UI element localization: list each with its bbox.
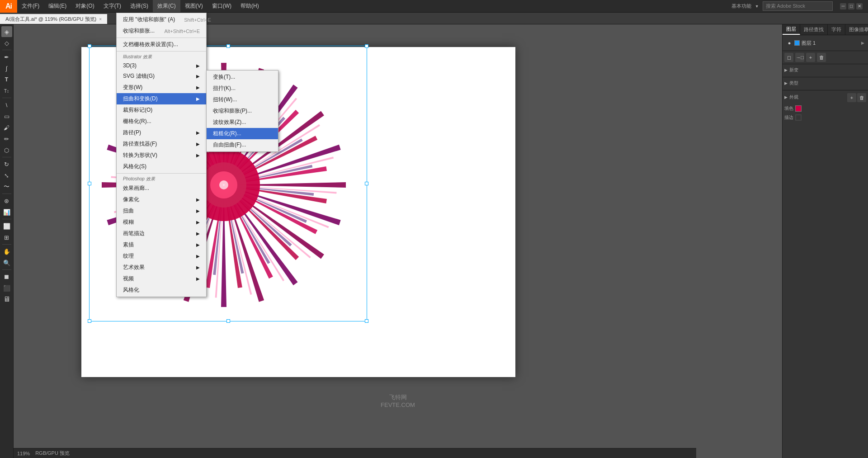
effect-dropdown-menu: 应用 "收缩和膨胀" (A) Shift+Ctrl+E 收缩和膨胀... Alt… xyxy=(116,13,207,297)
gradient-panel-title[interactable]: ▶ 新变 xyxy=(784,66,866,75)
workspace-label[interactable]: 基本功能 xyxy=(731,3,751,9)
tool-hand[interactable]: ✋ xyxy=(1,246,12,257)
distort-transform[interactable]: 变换(T)... xyxy=(207,71,278,83)
tool-select[interactable]: ◈ xyxy=(1,26,12,37)
ai-logo: Ai xyxy=(0,0,17,13)
menu-text[interactable]: 文字(T) xyxy=(99,0,126,12)
add-appearance-button[interactable]: + xyxy=(847,93,856,102)
layer-row-1[interactable]: ● 图层 1 ▶ xyxy=(784,37,866,49)
doc-raster-settings[interactable]: 文档栅格效果设置(E)... xyxy=(117,39,206,50)
distort-twist[interactable]: 扭转(W)... xyxy=(207,94,278,105)
search-adobe-stock[interactable]: 搜索 Adobe Stock xyxy=(763,1,833,11)
effect-sketch[interactable]: 素描 ▶ xyxy=(117,239,206,250)
distort-shrink-expand[interactable]: 收缩和膨胀(P)... xyxy=(207,105,278,117)
menu-file[interactable]: 文件(F) xyxy=(17,0,44,12)
tool-pencil[interactable]: ✏ xyxy=(1,133,12,144)
menu-window[interactable]: 窗口(W) xyxy=(208,0,236,12)
effect-path[interactable]: 路径(P) ▶ xyxy=(117,127,206,138)
make-sublayer-button[interactable]: ◻ xyxy=(784,53,793,62)
effect-pixelate[interactable]: 像素化 ▶ xyxy=(117,194,206,205)
effect-artistic[interactable]: 艺术效果 ▶ xyxy=(117,262,206,273)
tool-paintbrush[interactable]: 🖌 xyxy=(1,122,12,133)
effect-svg-filters[interactable]: SVG 滤镜(G) ▶ xyxy=(117,71,206,82)
delete-layer-button[interactable]: 🗑 xyxy=(817,53,826,62)
menu-select[interactable]: 选择(S) xyxy=(126,0,153,12)
stroke-swatch[interactable] xyxy=(795,114,802,121)
top-bar: Ai 文件(F) 编辑(E) 对象(O) 文字(T) 选择(S) 效果(C) 视… xyxy=(0,0,868,13)
tab-layers[interactable]: 图层 xyxy=(783,24,800,35)
effect-brush-strokes[interactable]: 画笔描边 ▶ xyxy=(117,228,206,239)
effect-convert-shape[interactable]: 转换为形状(V) ▶ xyxy=(117,150,206,161)
gradient-expand-icon: ▶ xyxy=(784,68,788,72)
apply-shrink-expand[interactable]: 应用 "收缩和膨胀" (A) Shift+Ctrl+E xyxy=(117,14,206,25)
delete-appearance-button[interactable]: 🗑 xyxy=(857,93,866,102)
tool-artboard[interactable]: ⬜ xyxy=(1,221,12,231)
tab-image-trace[interactable]: 图像描摹 xyxy=(845,24,868,35)
tool-column-graph[interactable]: 📊 xyxy=(1,207,12,217)
workspace-dropdown-icon[interactable]: ▼ xyxy=(755,4,759,9)
effect-3d[interactable]: 3D(3) ▶ xyxy=(117,61,206,71)
tool-touch-type[interactable]: T↕ xyxy=(1,85,12,96)
effect-distort-transform[interactable]: 变形(W) ▶ xyxy=(117,82,206,93)
doc-tab-active[interactable]: Ai混合工具.ai* @ 119% (RGB/GPU 预览) × xyxy=(0,14,108,24)
shrink-expand-dialog[interactable]: 收缩和膨胀... Alt+Shift+Ctrl+E xyxy=(117,25,206,37)
appearance-title: ▶ 外观 xyxy=(784,93,798,102)
tool-pen[interactable]: ✒ xyxy=(1,52,12,62)
effect-stylize-ps[interactable]: 风格化 xyxy=(117,284,206,296)
layers-actions: ◻ →□ + 🗑 xyxy=(783,51,868,64)
menu-effect[interactable]: 效果(C) xyxy=(153,0,180,12)
tool-separator-3 xyxy=(2,157,11,157)
effect-blur[interactable]: 模糊 ▶ xyxy=(117,217,206,228)
type-panel-title[interactable]: ▶ 类型 xyxy=(784,79,866,88)
fill-swatch[interactable] xyxy=(795,105,802,112)
tool-slice[interactable]: ⊞ xyxy=(1,232,12,243)
distort-roughen[interactable]: 粗糙化(R)... xyxy=(207,128,278,139)
doc-tab-close[interactable]: × xyxy=(99,17,102,22)
close-button[interactable]: ✕ xyxy=(856,3,863,9)
effect-distort-ps[interactable]: 扭曲 ▶ xyxy=(117,205,206,217)
distort-free-distort[interactable]: 自由扭曲(F)... xyxy=(207,139,278,151)
layer-eye-icon[interactable]: ● xyxy=(786,40,793,46)
menu-object[interactable]: 对象(O) xyxy=(71,0,99,12)
tool-change-screen[interactable]: ⬛ xyxy=(1,283,12,293)
menu-bar: 文件(F) 编辑(E) 对象(O) 文字(T) 选择(S) 效果(C) 视图(V… xyxy=(17,0,264,12)
effect-pathfinder[interactable]: 路径查找器(F) ▶ xyxy=(117,138,206,150)
tool-rotate[interactable]: ↻ xyxy=(1,159,12,170)
effect-video[interactable]: 视频 ▶ xyxy=(117,273,206,284)
restore-button[interactable]: □ xyxy=(848,3,854,9)
tool-type[interactable]: T xyxy=(1,74,12,85)
tool-zoom[interactable]: 🔍 xyxy=(1,257,12,268)
effect-stylize[interactable]: 风格化(S) xyxy=(117,161,206,172)
effect-menu-section-1: 应用 "收缩和膨胀" (A) Shift+Ctrl+E 收缩和膨胀... Alt… xyxy=(117,13,206,38)
tool-curvature[interactable]: ∫ xyxy=(1,63,12,74)
watermark-line1: 飞特网 xyxy=(381,393,415,401)
gradient-label: 新变 xyxy=(789,67,798,73)
sub-panel-gradient: ▶ 新变 xyxy=(783,64,868,77)
effect-texture[interactable]: 纹理 ▶ xyxy=(117,250,206,262)
tool-warp[interactable]: 〜 xyxy=(1,181,12,192)
new-layer-button[interactable]: + xyxy=(806,53,815,62)
tab-pathfinder[interactable]: 路径查找 xyxy=(800,24,828,35)
effect-crop-marks[interactable]: 裁剪标记(O) xyxy=(117,104,206,116)
menu-help[interactable]: 帮助(H) xyxy=(236,0,264,12)
tool-scale[interactable]: ⤡ xyxy=(1,170,12,181)
effect-rasterize[interactable]: 栅格化(R)... xyxy=(117,116,206,127)
minimize-button[interactable]: ─ xyxy=(840,3,846,9)
tool-shaper[interactable]: ⬡ xyxy=(1,145,12,156)
move-to-new-layer-button[interactable]: →□ xyxy=(795,53,804,62)
tool-direct-select[interactable]: ◇ xyxy=(1,38,12,48)
distort-ripple[interactable]: 波纹效果(Z)... xyxy=(207,117,278,128)
effect-distort-transform-submenu[interactable]: 扭曲和变换(D) ▶ xyxy=(117,93,206,104)
tool-symbol-spray[interactable]: ⊛ xyxy=(1,195,12,206)
tool-fill[interactable]: ■ xyxy=(1,271,12,282)
tool-rect[interactable]: ▭ xyxy=(1,111,12,122)
layer-expand-icon[interactable]: ▶ xyxy=(861,41,864,45)
effect-gallery[interactable]: 效果画廊... xyxy=(117,183,206,194)
tool-line[interactable]: \ xyxy=(1,99,12,110)
tab-character[interactable]: 字符 xyxy=(828,24,845,35)
menu-edit[interactable]: 编辑(E) xyxy=(44,0,71,12)
tool-screen-mode[interactable]: 🖥 xyxy=(1,294,12,305)
distort-twist-wrinkle[interactable]: 扭拧(K)... xyxy=(207,83,278,94)
stroke-label: 描边 xyxy=(784,114,793,121)
menu-view[interactable]: 视图(V) xyxy=(180,0,208,12)
